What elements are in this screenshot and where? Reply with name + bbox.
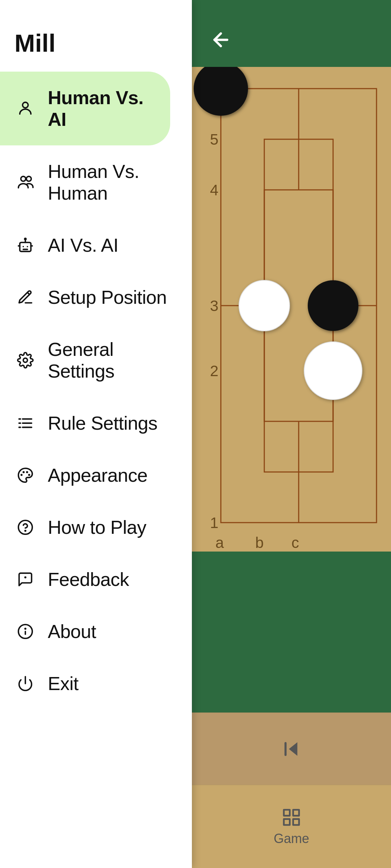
svg-text:1: 1	[210, 514, 218, 531]
sidebar-item-about[interactable]: About	[0, 605, 192, 658]
svg-point-13	[22, 471, 25, 473]
help-circle-icon	[16, 518, 35, 537]
svg-point-14	[26, 471, 28, 473]
svg-point-47	[304, 342, 362, 400]
robot-icon	[16, 236, 35, 255]
sidebar-item-rule-settings[interactable]: Rule Settings	[0, 397, 192, 449]
palette-icon	[16, 466, 35, 485]
svg-rect-3	[20, 242, 31, 251]
sidebar-item-human-vs-human[interactable]: Human Vs. Human	[0, 145, 192, 219]
skip-start-button[interactable]	[192, 712, 391, 785]
skip-start-icon	[281, 739, 302, 759]
svg-text:c: c	[291, 534, 299, 551]
sidebar-label-exit: Exit	[48, 673, 79, 694]
sidebar-label-ai-vs-ai: AI Vs. AI	[48, 234, 118, 256]
app-container: Mill Human Vs. AI Human Vs. Human	[0, 0, 391, 868]
svg-point-12	[21, 474, 23, 476]
board-container: 6 5 4 3 2 1 a b c	[192, 67, 391, 552]
sidebar-item-general-settings[interactable]: General Settings	[0, 323, 192, 397]
svg-text:3: 3	[210, 297, 218, 314]
game-button[interactable]: Game	[192, 785, 391, 868]
svg-marker-48	[289, 742, 297, 756]
sidebar-label-appearance: Appearance	[48, 464, 147, 486]
sidebar-item-how-to-play[interactable]: How to Play	[0, 501, 192, 553]
sidebar: Mill Human Vs. AI Human Vs. Human	[0, 0, 192, 868]
sidebar-label-general-settings: General Settings	[48, 339, 176, 382]
back-button[interactable]	[203, 22, 239, 58]
app-title: Mill	[0, 0, 192, 72]
svg-text:5: 5	[210, 131, 218, 148]
board-svg: 6 5 4 3 2 1 a b c	[192, 67, 391, 552]
grid-icon	[281, 807, 302, 827]
sidebar-label-about: About	[48, 621, 96, 642]
sidebar-item-appearance[interactable]: Appearance	[0, 449, 192, 501]
svg-rect-51	[293, 810, 299, 816]
sidebar-item-setup-position[interactable]: Setup Position	[0, 271, 192, 323]
svg-rect-53	[293, 819, 299, 825]
edit-icon	[16, 288, 35, 307]
svg-point-4	[25, 238, 26, 240]
person-icon	[16, 99, 35, 118]
sidebar-label-human-vs-human: Human Vs. Human	[48, 161, 176, 204]
message-icon	[16, 570, 35, 589]
bottom-buttons: Game	[192, 712, 391, 868]
sidebar-label-setup-position: Setup Position	[48, 286, 167, 308]
svg-point-5	[23, 358, 28, 362]
svg-text:2: 2	[210, 362, 218, 379]
menu-list: Human Vs. AI Human Vs. Human AI Vs. AI	[0, 72, 192, 868]
sidebar-item-ai-vs-ai[interactable]: AI Vs. AI	[0, 219, 192, 271]
sidebar-label-feedback: Feedback	[48, 569, 129, 590]
sidebar-item-exit[interactable]: Exit	[0, 658, 192, 710]
game-button-label: Game	[274, 831, 309, 846]
svg-text:a: a	[215, 534, 224, 551]
svg-text:b: b	[255, 534, 264, 551]
sidebar-label-rule-settings: Rule Settings	[48, 412, 157, 434]
svg-point-1	[21, 176, 26, 181]
svg-point-46	[308, 280, 358, 331]
svg-point-0	[22, 102, 28, 108]
svg-rect-50	[284, 810, 290, 816]
svg-point-2	[26, 176, 31, 181]
sidebar-item-human-vs-ai[interactable]: Human Vs. AI	[0, 72, 170, 145]
people-icon	[16, 173, 35, 192]
svg-text:4: 4	[210, 182, 218, 199]
svg-rect-52	[284, 819, 290, 825]
power-icon	[16, 674, 35, 693]
sidebar-item-feedback[interactable]: Feedback	[0, 553, 192, 605]
sidebar-label-human-vs-ai: Human Vs. AI	[48, 87, 154, 130]
right-panel: 6 5 4 3 2 1 a b c	[192, 0, 391, 868]
svg-point-45	[239, 280, 290, 331]
list-icon	[16, 414, 35, 433]
arrow-left-icon	[210, 29, 232, 51]
settings-icon	[16, 351, 35, 370]
svg-point-44	[194, 67, 248, 116]
sidebar-label-how-to-play: How to Play	[48, 516, 146, 538]
info-icon	[16, 622, 35, 641]
svg-point-15	[28, 474, 30, 476]
